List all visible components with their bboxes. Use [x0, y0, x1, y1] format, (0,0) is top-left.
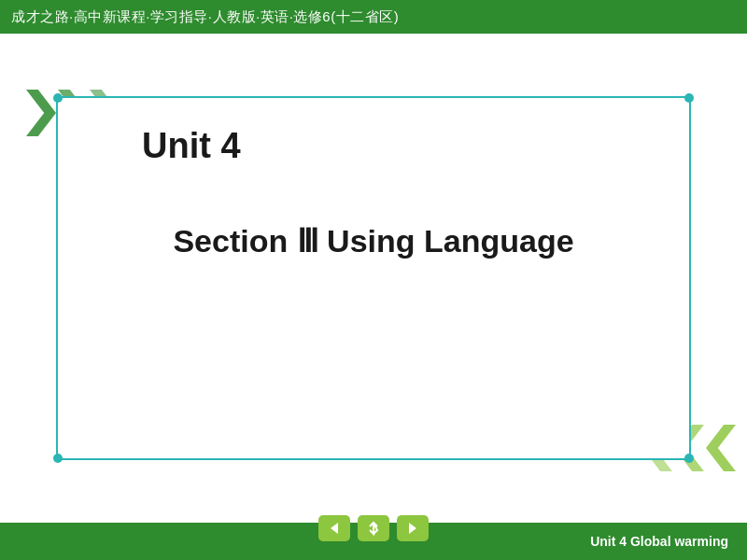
main-content: Unit 4 Section Ⅲ Using Language: [0, 34, 747, 523]
header-title: 成才之路·高中新课程·学习指导·人教版·英语·选修6(十二省区): [11, 8, 399, 26]
nav-prev-button[interactable]: [318, 515, 350, 541]
prev-arrow-icon: [327, 521, 342, 536]
corner-dot-br: [684, 454, 694, 463]
corner-dot-tr: [684, 93, 694, 103]
nav-home-button[interactable]: [358, 515, 389, 541]
nav-next-button[interactable]: [397, 515, 429, 541]
svg-marker-0: [331, 523, 338, 534]
corner-dot-tl: [53, 93, 63, 103]
bottom-unit-label: Unit 4 Global warming: [590, 534, 728, 549]
chevron-right-3: [706, 425, 736, 471]
unit-title: Unit 4: [142, 126, 241, 166]
home-arrow-icon: [366, 521, 381, 536]
chevron-left-1: [26, 90, 56, 136]
svg-marker-3: [409, 523, 416, 534]
next-arrow-icon: [405, 521, 420, 536]
bottom-bar: Unit 4 Global warming: [0, 523, 747, 560]
bottom-bar-inner: Unit 4 Global warming: [19, 534, 728, 549]
center-box: Unit 4 Section Ⅲ Using Language: [56, 96, 691, 460]
corner-dot-bl: [53, 454, 63, 463]
top-header-bar: 成才之路·高中新课程·学习指导·人教版·英语·选修6(十二省区): [0, 0, 747, 34]
section-title: Section Ⅲ Using Language: [173, 222, 573, 259]
nav-buttons: [318, 515, 429, 541]
